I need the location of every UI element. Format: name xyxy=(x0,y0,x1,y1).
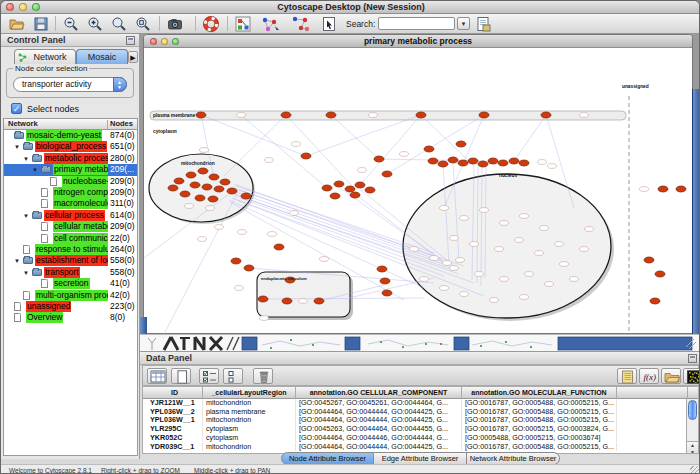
network-node-white[interactable] xyxy=(500,221,509,226)
network-node-white[interactable] xyxy=(215,225,224,230)
import-attribute-file-button[interactable] xyxy=(661,368,681,384)
table-cell[interactable]: [GO:0044464, GO:0044444, GO:0044425, G..… xyxy=(296,416,462,425)
network-node-white[interactable] xyxy=(198,237,207,242)
network-node-red[interactable] xyxy=(658,186,668,192)
float-panel-icon[interactable] xyxy=(126,36,135,45)
network-node-red[interactable] xyxy=(220,179,230,185)
tree-row[interactable]: Overview8(0) xyxy=(4,312,137,323)
network-node-red[interactable] xyxy=(258,296,268,302)
help-lifering-icon[interactable] xyxy=(203,16,219,32)
table-scrollbar[interactable]: ▲▼ xyxy=(686,399,698,454)
background-windows-strip[interactable] xyxy=(140,334,700,351)
network-node-white[interactable] xyxy=(420,277,429,282)
network-node-white[interactable] xyxy=(410,247,419,252)
table-cell[interactable]: [GO:0016787, GO:0005488, GO:0005215, G..… xyxy=(462,399,617,408)
network-node-red[interactable] xyxy=(428,158,438,164)
network-node-white[interactable] xyxy=(450,266,459,271)
network-node-red[interactable] xyxy=(241,193,251,199)
table-cell[interactable]: [GO:0016787, GO:0005488, GO:0005215, G..… xyxy=(462,443,617,452)
formula-builder-button[interactable]: f(x) xyxy=(639,368,659,384)
network-node-red[interactable] xyxy=(438,161,448,167)
network-node-white[interactable] xyxy=(640,187,649,192)
network-node-white[interactable] xyxy=(535,251,544,256)
network-node-white[interactable] xyxy=(440,206,449,211)
network-node-white[interactable] xyxy=(470,242,479,247)
network-node-red[interactable] xyxy=(655,271,665,277)
network-node-red[interactable] xyxy=(168,185,178,191)
network-node-white[interactable] xyxy=(206,206,215,211)
network-node-red[interactable] xyxy=(509,158,519,164)
network-node-white[interactable] xyxy=(290,211,299,216)
network-node-red[interactable] xyxy=(281,112,291,118)
network-node-red[interactable] xyxy=(488,158,498,164)
network-node-red[interactable] xyxy=(377,266,387,272)
table-row[interactable]: YDR039C__1mitochondrion[GO:0044464, GO:0… xyxy=(143,443,688,452)
network-node-white[interactable] xyxy=(480,208,489,213)
new-attribute-button[interactable] xyxy=(171,368,191,384)
tree-row[interactable]: cell communication22(0) xyxy=(4,233,137,244)
network-node-white[interactable] xyxy=(456,258,465,263)
network-view-titlebar[interactable]: primary metabolic process xyxy=(144,35,692,48)
network-node-red[interactable] xyxy=(498,160,508,166)
network-node-white[interactable] xyxy=(548,164,557,169)
attribute-matrix-button[interactable] xyxy=(683,368,700,384)
network-node-white[interactable] xyxy=(430,256,439,261)
attribute-table-button[interactable] xyxy=(147,368,167,384)
background-window-titlebars[interactable] xyxy=(242,337,692,350)
network-node-red[interactable] xyxy=(650,298,660,304)
network-node-white[interactable] xyxy=(475,272,484,277)
scrollbar-arrows[interactable]: ▲▼ xyxy=(687,441,698,454)
table-row[interactable]: YLR295Ccytoplasm[GO:0045263, GO:0044464,… xyxy=(143,425,688,434)
tree-row[interactable]: ▼metabolic process280(0) xyxy=(4,153,137,164)
network-node-white[interactable] xyxy=(185,204,194,209)
tree-row[interactable]: ▼establishment of localization558(0) xyxy=(4,255,137,266)
tree-row[interactable]: response to stimulus264(0) xyxy=(4,244,137,255)
network-node-white[interactable] xyxy=(560,262,569,267)
network-node-white[interactable] xyxy=(580,247,589,252)
network-node-red[interactable] xyxy=(314,298,324,304)
tree-row[interactable]: ▼biological_process651(0) xyxy=(4,141,137,152)
network-node-red[interactable] xyxy=(202,184,212,190)
tree-row[interactable]: mosaic-demo-yeast874(0) xyxy=(4,130,137,141)
tree-row[interactable]: ▼cellular process614(0) xyxy=(4,210,137,221)
network-node-white[interactable] xyxy=(237,113,246,118)
region-plasma-membrane[interactable] xyxy=(150,111,626,120)
tree-row[interactable]: secretion41(0) xyxy=(4,278,137,289)
background-window-edge[interactable] xyxy=(692,89,700,351)
snapshot-camera-icon[interactable] xyxy=(167,16,183,32)
network-node-white[interactable] xyxy=(540,226,549,231)
disclosure-icon[interactable]: ▼ xyxy=(32,165,38,176)
network-node-red[interactable] xyxy=(334,181,344,187)
combobox-stepper[interactable]: ▲▼ xyxy=(113,77,127,92)
network-node-white[interactable] xyxy=(515,238,524,243)
zoom-selected-icon[interactable] xyxy=(111,16,127,32)
table-row[interactable]: YKR052Ccytoplasm[GO:0044464, GO:0044446,… xyxy=(143,434,688,443)
resize-grip[interactable] xyxy=(690,466,699,474)
network-node-white[interactable] xyxy=(460,292,469,297)
float-panel-icon[interactable] xyxy=(688,354,697,363)
save-icon[interactable] xyxy=(33,16,49,32)
network-node-red[interactable] xyxy=(301,153,311,159)
network-node-white[interactable] xyxy=(555,242,564,247)
table-cell[interactable]: [GO:0044464, GO:0044446, GO:0044444, G..… xyxy=(296,434,462,443)
network-node-white[interactable] xyxy=(292,142,301,147)
network-node-red[interactable] xyxy=(448,157,458,163)
table-cell[interactable]: mitochondrion xyxy=(203,416,296,425)
tree-row[interactable]: nucleobase-containing compound metabolic… xyxy=(4,176,137,187)
tree-row[interactable]: macromolecule metabolic process311(0) xyxy=(4,198,137,209)
network-node-red[interactable] xyxy=(380,278,390,284)
network-node-white[interactable] xyxy=(358,168,367,173)
table-cell[interactable]: cytoplasm xyxy=(203,434,296,443)
table-cell[interactable]: mitochondrion xyxy=(203,399,296,408)
table-cell[interactable]: YLR295C xyxy=(147,425,203,434)
table-cell[interactable]: [GO:0044464, GO:0044444, GO:0044425, G..… xyxy=(296,408,462,417)
table-cell[interactable]: YJR121W__1 xyxy=(147,399,203,408)
table-row[interactable]: YJR121W__1mitochondrion[GO:0045267, GO:0… xyxy=(143,399,688,408)
network-node-white[interactable] xyxy=(265,158,274,163)
tab-mosaic[interactable]: Mosaic xyxy=(76,49,128,64)
tab-network[interactable]: Network xyxy=(14,49,76,64)
tree-row[interactable]: ▼primary metabolic process209(... xyxy=(4,164,137,175)
network-node-red[interactable] xyxy=(190,182,200,188)
network-node-white[interactable] xyxy=(369,113,378,118)
network-node-white[interactable] xyxy=(500,277,509,282)
